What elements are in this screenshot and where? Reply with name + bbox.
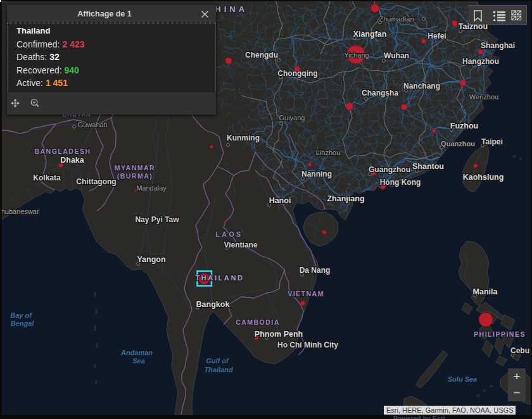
svg-text:Manila: Manila (473, 287, 498, 296)
svg-text:LAOS: LAOS (215, 230, 243, 238)
svg-text:Guwahati: Guwahati (78, 121, 107, 128)
svg-text:Wenzhou: Wenzhou (469, 93, 498, 101)
svg-text:Kaohsiung: Kaohsiung (463, 173, 504, 182)
svg-text:Quanzhou: Quanzhou (441, 140, 475, 147)
svg-text:Hefei: Hefei (428, 32, 446, 41)
svg-text:Chongqing: Chongqing (277, 69, 317, 78)
svg-text:Yangon: Yangon (137, 255, 165, 264)
svg-text:Guangzhou: Guangzhou (369, 165, 410, 174)
svg-text:Thailand: Thailand (204, 366, 233, 373)
svg-text:Cebu: Cebu (510, 346, 529, 355)
svg-text:VIETNAM: VIETNAM (288, 290, 324, 297)
svg-text:BANGLADESH: BANGLADESH (34, 147, 91, 155)
svg-text:Ho Chi Minh City: Ho Chi Minh City (277, 341, 338, 349)
svg-text:Shantou: Shantou (412, 162, 444, 171)
svg-text:Chittagong: Chittagong (76, 177, 116, 186)
svg-text:Nanchang: Nanchang (403, 82, 440, 91)
svg-text:MYANMAR: MYANMAR (115, 164, 155, 172)
svg-text:Mandalay: Mandalay (136, 184, 167, 192)
svg-text:Bengal: Bengal (11, 320, 35, 327)
svg-text:Gulf of: Gulf of (206, 357, 229, 365)
svg-text:Kolkata: Kolkata (33, 173, 61, 182)
svg-text:Xiangfan: Xiangfan (353, 30, 387, 39)
svg-text:Hanoi: Hanoi (269, 196, 291, 205)
svg-text:Sulu Sea: Sulu Sea (448, 375, 477, 383)
svg-text:Andaman: Andaman (120, 349, 153, 356)
svg-text:Bangkok: Bangkok (196, 300, 230, 309)
svg-text:Guiyang: Guiyang (279, 114, 305, 122)
svg-text:Bhubaneswar: Bhubaneswar (2, 208, 39, 215)
svg-text:Hong Kong: Hong Kong (380, 178, 421, 187)
svg-text:Phnom Penh: Phnom Penh (255, 330, 303, 339)
svg-text:Chengdu: Chengdu (245, 51, 278, 59)
svg-text:Dhaka: Dhaka (60, 156, 85, 165)
svg-text:Taipei: Taipei (481, 137, 503, 146)
svg-text:Fuzhou: Fuzhou (450, 122, 478, 130)
svg-text:Kunming: Kunming (227, 134, 260, 142)
svg-text:Linzhou: Linzhou (316, 149, 341, 156)
svg-text:Changsha: Changsha (362, 89, 398, 97)
svg-text:Wuhan: Wuhan (384, 51, 409, 60)
svg-text:Nanning: Nanning (301, 170, 332, 178)
svg-text:Da Nang: Da Nang (300, 266, 331, 275)
svg-text:Bay of: Bay of (10, 311, 32, 319)
svg-text:THAILAND: THAILAND (195, 274, 244, 282)
svg-text:Yichang: Yichang (344, 51, 369, 59)
svg-text:CAMBODIA: CAMBODIA (236, 318, 280, 326)
svg-text:Nay Pyi Taw: Nay Pyi Taw (135, 215, 179, 224)
svg-text:Vientiane: Vientiane (224, 241, 257, 249)
svg-text:Shanghai: Shanghai (481, 41, 515, 50)
svg-text:Zhanjiang: Zhanjiang (327, 194, 364, 203)
svg-text:Sea: Sea (132, 357, 145, 365)
svg-text:Hangzhou: Hangzhou (462, 57, 499, 66)
svg-text:(BURMA): (BURMA) (117, 172, 153, 180)
svg-text:PHILIPPINES: PHILIPPINES (474, 330, 526, 338)
svg-text:Zhumadian: Zhumadian (379, 15, 414, 23)
